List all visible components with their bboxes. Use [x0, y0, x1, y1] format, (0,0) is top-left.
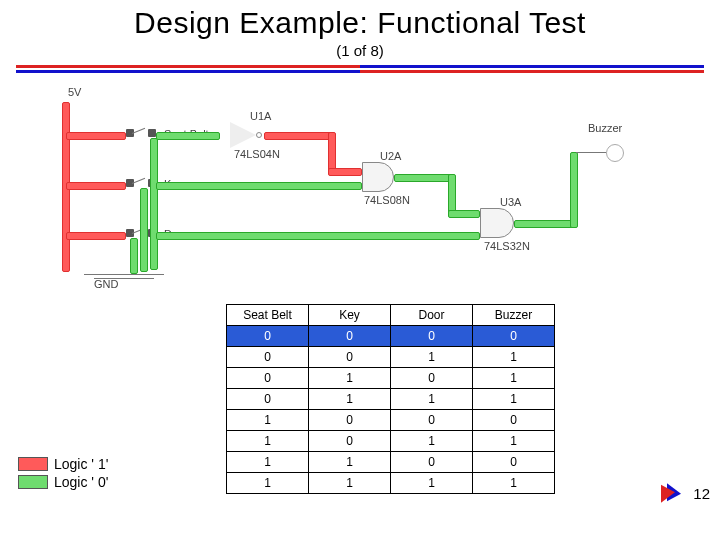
- table-cell: 0: [473, 326, 555, 347]
- u1a-label: U1A: [250, 110, 271, 122]
- page-number: 12: [693, 485, 710, 502]
- table-cell: 1: [473, 473, 555, 494]
- key-pulldown: [140, 188, 148, 272]
- table-cell: 1: [391, 431, 473, 452]
- table-cell: 0: [227, 368, 309, 389]
- table-cell: 1: [309, 473, 391, 494]
- branch-door: [66, 232, 126, 240]
- gnd-label: GND: [94, 278, 118, 290]
- table-cell: 0: [391, 326, 473, 347]
- inverter-bubble: [256, 132, 262, 138]
- table-cell: 0: [227, 326, 309, 347]
- table-cell: 0: [391, 452, 473, 473]
- title-divider: [16, 65, 704, 73]
- door-net: [156, 232, 480, 240]
- or-in-a: [448, 210, 480, 218]
- table-cell: 1: [227, 431, 309, 452]
- table-row: 1000: [227, 410, 555, 431]
- table-cell: 1: [391, 473, 473, 494]
- legend-logic-0: Logic ' 0': [18, 474, 108, 490]
- th-door: Door: [391, 305, 473, 326]
- table-cell: 1: [473, 368, 555, 389]
- th-key: Key: [309, 305, 391, 326]
- seatbelt-net: [156, 132, 220, 140]
- table-cell: 0: [227, 347, 309, 368]
- seatbelt-pulldown: [150, 138, 158, 270]
- table-cell: 1: [473, 431, 555, 452]
- and-out-h: [394, 174, 454, 182]
- table-cell: 1: [391, 347, 473, 368]
- legend-logic-0-label: Logic ' 0': [54, 474, 108, 490]
- table-cell: 0: [309, 326, 391, 347]
- rail-5v-label: 5V: [68, 86, 81, 98]
- table-cell: 0: [309, 410, 391, 431]
- or-out-v: [570, 152, 578, 228]
- buzzer-label: Buzzer: [588, 122, 622, 134]
- table-cell: 0: [473, 452, 555, 473]
- table-row: 0101: [227, 368, 555, 389]
- table-cell: 1: [309, 368, 391, 389]
- table-row: 1111: [227, 473, 555, 494]
- table-cell: 0: [391, 368, 473, 389]
- table-row: 0111: [227, 389, 555, 410]
- u3a-label: U3A: [500, 196, 521, 208]
- page-title: Design Example: Functional Test: [0, 0, 720, 40]
- legend-logic-1: Logic ' 1': [18, 456, 108, 472]
- branch-seatbelt: [66, 132, 126, 140]
- table-cell: 0: [227, 389, 309, 410]
- swatch-logic-1: [18, 457, 48, 471]
- table-cell: 0: [473, 410, 555, 431]
- truth-table: Seat Belt Key Door Buzzer 00000011010101…: [226, 304, 555, 494]
- gnd-wire: [84, 274, 164, 275]
- table-cell: 1: [309, 452, 391, 473]
- or-gate-body: [480, 208, 514, 238]
- table-cell: 1: [309, 389, 391, 410]
- table-cell: 1: [227, 410, 309, 431]
- table-cell: 1: [473, 389, 555, 410]
- table-cell: 1: [227, 452, 309, 473]
- branch-key: [66, 182, 126, 190]
- u3a-part: 74LS32N: [484, 240, 530, 252]
- or-out-h: [514, 220, 576, 228]
- table-cell: 1: [391, 389, 473, 410]
- arrow-icon: [661, 482, 687, 504]
- u1a-part: 74LS04N: [234, 148, 280, 160]
- legend: Logic ' 1' Logic ' 0': [18, 456, 108, 492]
- table-row: 1011: [227, 431, 555, 452]
- inv-out-h: [264, 132, 334, 140]
- table-cell: 0: [391, 410, 473, 431]
- table-cell: 1: [227, 473, 309, 494]
- u2a-part: 74LS08N: [364, 194, 410, 206]
- inverter-body: [230, 122, 256, 148]
- page-footer: 12: [661, 482, 710, 504]
- and-in-a: [328, 168, 362, 176]
- gnd-wire-2: [94, 278, 154, 279]
- buzzer-icon: [606, 144, 624, 162]
- key-net: [156, 182, 362, 190]
- th-seatbelt: Seat Belt: [227, 305, 309, 326]
- table-cell: 1: [473, 347, 555, 368]
- legend-logic-1-label: Logic ' 1': [54, 456, 108, 472]
- truth-table-header: Seat Belt Key Door Buzzer: [227, 305, 555, 326]
- swatch-logic-0: [18, 475, 48, 489]
- table-row: 0000: [227, 326, 555, 347]
- circuit-schematic: 5V Seat.Belt Key Door GND U1A 74LS04N U2…: [28, 92, 698, 304]
- door-pulldown: [130, 238, 138, 274]
- sw-seatbelt-pad2: [148, 129, 156, 137]
- table-cell: 0: [309, 347, 391, 368]
- page-subtitle: (1 of 8): [0, 42, 720, 59]
- th-buzzer: Buzzer: [473, 305, 555, 326]
- table-cell: 0: [309, 431, 391, 452]
- and-gate-body: [362, 162, 394, 192]
- table-row: 1100: [227, 452, 555, 473]
- buzzer-lead: [576, 152, 606, 153]
- u2a-label: U2A: [380, 150, 401, 162]
- table-row: 0011: [227, 347, 555, 368]
